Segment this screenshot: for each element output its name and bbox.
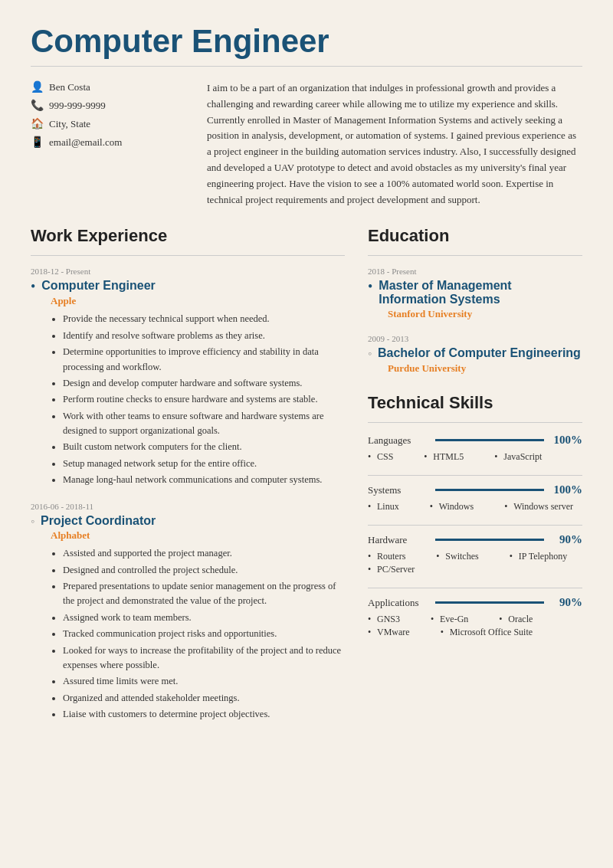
- location-icon: 🏠: [31, 117, 43, 130]
- job-entry-0: 2018-12 - Present • Computer Engineer Ap…: [31, 267, 345, 487]
- skill-bar-1: [435, 489, 544, 491]
- job-bullets-0: Provide the necessary technical support …: [51, 312, 345, 487]
- skills-divider: [368, 422, 582, 423]
- edu-university-1: Purdue University: [388, 362, 582, 375]
- job-header-0: • Computer Engineer: [31, 279, 345, 293]
- skill-item: Windows server: [504, 501, 573, 513]
- skill-entry-1: Systems 100% Linux Windows Windows serve…: [368, 483, 582, 514]
- skill-divider-2: [368, 525, 582, 526]
- job-bullet-item: Prepared presentations to update senior …: [63, 579, 345, 609]
- job-header-1: ◦ Project Coordinator: [31, 514, 345, 529]
- job-company-0: Apple: [51, 295, 345, 307]
- job-bullet-item: Provide the necessary technical support …: [63, 312, 345, 326]
- job-title-1: Project Coordinator: [41, 514, 156, 528]
- contact-location: City, State: [49, 118, 90, 130]
- skill-item: GNS3: [368, 614, 400, 625]
- contact-phone-row: 📞 999-999-9999: [31, 99, 184, 112]
- job-bullet-item: Liaise with customers to determine proje…: [63, 707, 345, 722]
- skill-bar-fill-0: [435, 439, 544, 441]
- skill-items-3: GNS3 Eve-Gn Oracle VMware Microsoft Offi…: [368, 614, 582, 640]
- job-bullet-item: Determine opportunities to improve effic…: [63, 345, 345, 375]
- job-title-0: Computer Engineer: [41, 279, 155, 293]
- job-bullet-item: Identify and resolve software problems a…: [63, 329, 345, 343]
- skill-label-0: Languages: [368, 434, 429, 447]
- skill-item: Switches: [436, 551, 478, 562]
- phone-icon: 📞: [31, 99, 43, 112]
- education-divider: [368, 255, 582, 256]
- skill-percent-0: 100%: [550, 434, 582, 447]
- skill-label-2: Hardware: [368, 534, 429, 546]
- skill-percent-2: 90%: [550, 533, 582, 546]
- skill-item: Eve-Gn: [431, 614, 468, 625]
- job-bullet-item: Design and develop computer hardware and…: [63, 376, 345, 391]
- left-column: Work Experience 2018-12 - Present • Comp…: [31, 226, 345, 735]
- skill-items-0: CSS HTML5 JavaScript: [368, 451, 582, 464]
- skill-item: Microsoft Office Suite: [441, 627, 533, 638]
- contact-info: 👤 Ben Costa 📞 999-999-9999 🏠 City, State…: [31, 80, 184, 208]
- skill-item: PC/Server: [368, 564, 415, 575]
- skill-item: HTML5: [424, 451, 464, 463]
- email-icon: 📱: [31, 136, 43, 149]
- edu-bullet-0: •: [368, 280, 372, 293]
- page-title: Computer Engineer: [31, 23, 582, 60]
- job-bullet-0: •: [31, 280, 35, 293]
- skill-entry-0: Languages 100% CSS HTML5 JavaScript: [368, 434, 582, 464]
- main-columns: Work Experience 2018-12 - Present • Comp…: [31, 226, 582, 735]
- contact-name-row: 👤 Ben Costa: [31, 80, 184, 93]
- skill-items-1: Linux Windows Windows server: [368, 501, 582, 514]
- work-experience-divider: [31, 255, 345, 256]
- skill-item: JavaScript: [494, 451, 542, 463]
- skill-item: IP Telephony: [510, 551, 568, 562]
- skill-header-2: Hardware 90%: [368, 533, 582, 546]
- job-date-0: 2018-12 - Present: [31, 267, 345, 276]
- edu-bullet-empty-1: ◦: [368, 348, 372, 361]
- edu-date-1: 2009 - 2013: [368, 334, 582, 343]
- job-bullet-item: Built custom network computers for the c…: [63, 440, 345, 454]
- skill-item: Oracle: [499, 614, 533, 625]
- edu-entry-1: 2009 - 2013 ◦ Bachelor of Computer Engin…: [368, 334, 582, 375]
- edu-header-0: • Master of Management Information Syste…: [368, 279, 582, 306]
- job-bullet-item: Organized and attended stakeholder meeti…: [63, 691, 345, 706]
- skill-bar-2: [435, 539, 544, 541]
- skill-items-2: Routers Switches IP Telephony PC/Server: [368, 551, 582, 577]
- job-bullet-item: Work with other teams to ensure software…: [63, 409, 345, 439]
- contact-phone: 999-999-9999: [49, 100, 106, 112]
- edu-degree-0: Master of Management Information Systems: [379, 279, 582, 306]
- skill-bar-0: [435, 439, 544, 441]
- title-divider: [31, 66, 582, 67]
- skill-percent-3: 90%: [550, 596, 582, 609]
- job-company-1: Alphabet: [51, 529, 345, 542]
- skill-item: VMware: [368, 627, 410, 638]
- summary: I aim to be a part of an organization th…: [207, 80, 582, 208]
- contact-email: email@email.com: [49, 136, 122, 149]
- technical-skills-section: Technical Skills Languages 100% CSS HTML…: [368, 393, 582, 640]
- education-title: Education: [368, 226, 582, 246]
- job-bullet-item: Perform routine checks to ensure hardwar…: [63, 392, 345, 407]
- technical-skills-title: Technical Skills: [368, 393, 582, 413]
- job-bullet-item: Looked for ways to increase the profitab…: [63, 644, 345, 673]
- skill-item: Windows: [430, 501, 474, 513]
- skill-bar-fill-3: [435, 601, 533, 604]
- skill-label-1: Systems: [368, 484, 429, 496]
- job-bullet-item: Assisted and supported the project manag…: [63, 546, 345, 561]
- job-bullet-item: Assigned work to team members.: [63, 611, 345, 625]
- edu-entry-0: 2018 - Present • Master of Management In…: [368, 267, 582, 320]
- job-bullet-item: Assured time limits were met.: [63, 674, 345, 689]
- contact-name: Ben Costa: [49, 81, 90, 93]
- skill-entry-3: Applications 90% GNS3 Eve-Gn Oracle VMwa…: [368, 596, 582, 640]
- edu-header-1: ◦ Bachelor of Computer Engineering: [368, 346, 582, 361]
- skill-divider-3: [368, 588, 582, 588]
- job-bullet-item: Setup managed network setup for the enti…: [63, 457, 345, 471]
- skill-item: Linux: [368, 501, 399, 513]
- skill-item: CSS: [368, 451, 393, 463]
- person-icon: 👤: [31, 80, 43, 93]
- job-date-1: 2016-06 - 2018-11: [31, 502, 345, 511]
- edu-university-0: Stanford University: [388, 308, 582, 320]
- top-section: 👤 Ben Costa 📞 999-999-9999 🏠 City, State…: [31, 80, 582, 208]
- skill-bar-fill-1: [435, 489, 544, 491]
- right-column: Education 2018 - Present • Master of Man…: [368, 226, 582, 735]
- skill-entry-2: Hardware 90% Routers Switches IP Telepho…: [368, 533, 582, 577]
- job-bullets-1: Assisted and supported the project manag…: [51, 546, 345, 722]
- edu-date-0: 2018 - Present: [368, 267, 582, 276]
- job-bullet-item: Tracked communication project risks and …: [63, 627, 345, 641]
